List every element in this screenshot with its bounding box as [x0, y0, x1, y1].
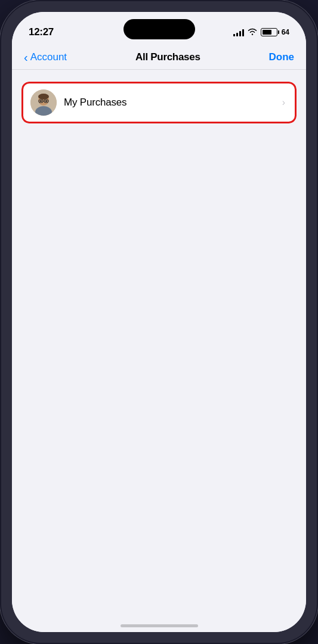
dynamic-island: [124, 19, 195, 39]
status-icons: 64: [233, 28, 289, 37]
svg-point-7: [40, 100, 42, 102]
status-time: 12:27: [29, 26, 54, 38]
wifi-icon: [248, 28, 257, 37]
chevron-left-icon: ‹: [24, 51, 28, 63]
home-bar: [121, 624, 198, 627]
phone-screen: 12:27: [12, 12, 306, 632]
home-indicator: [12, 612, 306, 632]
back-label: Account: [30, 51, 67, 63]
page-title: All Purchases: [135, 51, 200, 63]
my-purchases-row[interactable]: My Purchases ›: [21, 82, 297, 123]
chevron-right-icon: ›: [282, 97, 285, 108]
battery-icon: 64: [261, 28, 289, 36]
signal-icon: [233, 28, 244, 36]
avatar: [30, 89, 57, 116]
purchases-row-label: My Purchases: [64, 97, 280, 109]
navigation-bar: ‹ Account All Purchases Done: [12, 44, 306, 70]
done-button[interactable]: Done: [269, 51, 295, 63]
svg-point-3: [38, 94, 49, 100]
phone-device: 12:27: [0, 0, 318, 644]
content-area: My Purchases ›: [12, 70, 306, 612]
svg-point-8: [45, 100, 47, 102]
back-button[interactable]: ‹ Account: [24, 51, 67, 63]
purchases-list: My Purchases ›: [21, 82, 297, 123]
